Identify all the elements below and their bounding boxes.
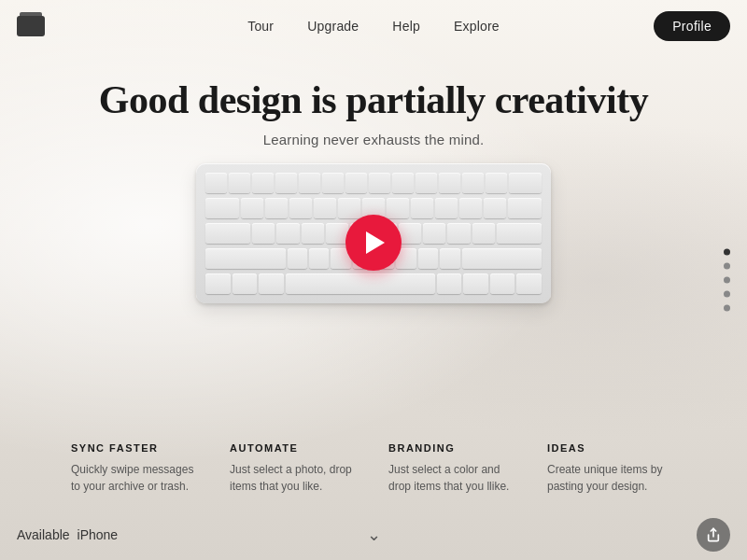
key xyxy=(233,273,258,294)
hero-subtitle: Learning never exhausts the mind. xyxy=(263,132,485,147)
key xyxy=(299,173,320,193)
key xyxy=(275,173,297,193)
key xyxy=(416,173,437,193)
key xyxy=(205,273,231,294)
feature-sync-faster: SYNC FASTER Quickly swipe messages to yo… xyxy=(56,442,215,495)
key xyxy=(459,198,482,218)
key xyxy=(490,273,515,294)
share-icon xyxy=(706,527,721,542)
key xyxy=(509,173,542,193)
feature-sync-faster-desc: Quickly swipe messages to your archive o… xyxy=(71,461,200,495)
key xyxy=(369,173,390,193)
key xyxy=(439,173,460,193)
key xyxy=(486,173,507,193)
key xyxy=(392,173,414,193)
key xyxy=(314,198,336,218)
key xyxy=(418,248,438,269)
hero-title: Good design is partially creativity xyxy=(99,77,648,122)
key xyxy=(516,273,542,294)
nav-link-tour[interactable]: Tour xyxy=(247,19,274,34)
key xyxy=(322,173,344,193)
hero-section: Good design is partially creativity Lear… xyxy=(0,51,747,147)
key xyxy=(205,223,250,244)
key xyxy=(440,248,459,269)
key xyxy=(472,223,495,244)
key xyxy=(205,173,227,193)
key xyxy=(205,248,286,269)
key xyxy=(447,223,470,244)
nav-link-explore[interactable]: Explore xyxy=(454,19,500,34)
key xyxy=(508,198,542,218)
dot-2[interactable] xyxy=(724,263,730,270)
feature-automate-title: AUTOMATE xyxy=(230,442,359,454)
key xyxy=(252,173,274,193)
logo-icon xyxy=(17,16,45,36)
spacebar-key xyxy=(286,273,435,294)
pagination-dots xyxy=(724,249,730,312)
feature-branding-title: BRANDING xyxy=(388,442,517,454)
key xyxy=(387,198,409,218)
key xyxy=(309,248,329,269)
feature-ideas: IDEAS Create unique items by pasting you… xyxy=(532,442,691,495)
feature-sync-faster-title: SYNC FASTER xyxy=(71,442,200,454)
video-thumbnail xyxy=(196,163,551,322)
share-button[interactable] xyxy=(697,518,730,552)
dot-5[interactable] xyxy=(724,305,730,312)
play-icon xyxy=(366,231,385,254)
key xyxy=(497,223,542,244)
key xyxy=(484,198,506,218)
key xyxy=(411,198,433,218)
key xyxy=(265,198,288,218)
key xyxy=(435,198,458,218)
nav-link-help[interactable]: Help xyxy=(392,19,420,34)
nav-links: Tour Upgrade Help Explore xyxy=(247,19,500,34)
feature-ideas-desc: Create unique items by pasting your desi… xyxy=(547,461,676,495)
feature-ideas-title: IDEAS xyxy=(547,442,676,454)
navigation: Tour Upgrade Help Explore Profile xyxy=(0,0,747,51)
scroll-down-button[interactable]: ⌄ xyxy=(367,525,381,545)
key xyxy=(259,273,284,294)
play-button[interactable] xyxy=(345,215,402,271)
dot-3[interactable] xyxy=(724,277,730,284)
key xyxy=(338,198,360,218)
key xyxy=(345,173,367,193)
key xyxy=(241,198,263,218)
feature-branding-desc: Just select a color and drop items that … xyxy=(388,461,517,495)
key xyxy=(462,173,484,193)
key xyxy=(462,248,543,269)
key xyxy=(252,223,275,244)
key xyxy=(302,223,324,244)
key xyxy=(276,223,299,244)
footer: Available iPhone ⌄ xyxy=(0,509,747,560)
platform-text: iPhone xyxy=(78,527,119,542)
key xyxy=(437,273,462,294)
feature-automate-desc: Just select a photo, drop items that you… xyxy=(230,461,359,495)
key xyxy=(399,223,421,244)
key xyxy=(463,273,488,294)
features-section: SYNC FASTER Quickly swipe messages to yo… xyxy=(0,442,747,495)
feature-branding: BRANDING Just select a color and drop it… xyxy=(374,442,532,495)
key xyxy=(288,248,307,269)
feature-automate: AUTOMATE Just select a photo, drop items… xyxy=(215,442,374,495)
dot-4[interactable] xyxy=(724,291,730,298)
dot-1[interactable] xyxy=(724,249,730,256)
key xyxy=(289,198,312,218)
available-text: Available xyxy=(17,527,70,542)
key xyxy=(205,198,239,218)
footer-available: Available iPhone xyxy=(17,527,118,542)
logo[interactable] xyxy=(17,16,45,36)
key xyxy=(423,223,445,244)
nav-link-upgrade[interactable]: Upgrade xyxy=(307,19,359,34)
key xyxy=(229,173,250,193)
profile-button[interactable]: Profile xyxy=(654,11,730,41)
